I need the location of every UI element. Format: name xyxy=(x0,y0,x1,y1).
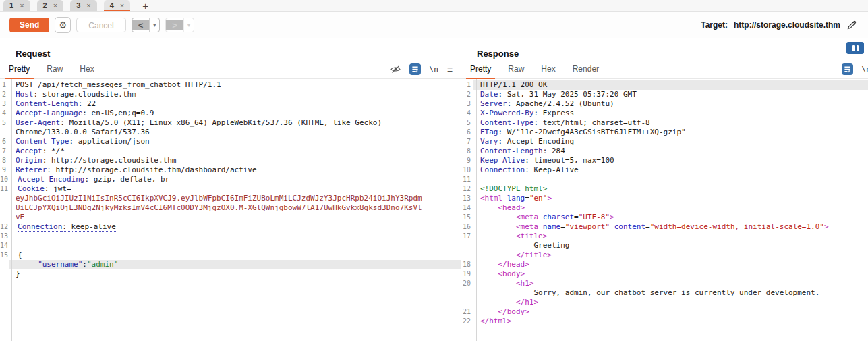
response-editor-icons: \n ≡ xyxy=(842,63,868,78)
line-number: 3 xyxy=(461,99,473,109)
line-number: 15 xyxy=(0,251,11,260)
code-text: Sorry, admin, our chatbot server is curr… xyxy=(473,288,868,298)
line-number xyxy=(0,260,9,269)
pause-button[interactable] xyxy=(846,42,864,54)
show-newlines-icon[interactable]: \n xyxy=(430,65,438,74)
response-view-tabs: PrettyRawHexRender \n ≡ xyxy=(461,61,868,79)
code-text: <html lang="en"> xyxy=(473,194,868,203)
request-tab-pretty[interactable]: Pretty xyxy=(5,64,34,78)
code-line: 8Content-Length: 284 xyxy=(461,147,868,156)
editor-split: Request PrettyRawHex xyxy=(0,38,868,341)
tab-label: 3 xyxy=(76,1,80,9)
code-line: 13<html lang="en"> xyxy=(461,194,868,203)
request-tab-hex[interactable]: Hex xyxy=(76,64,98,78)
back-arrow-icon: < xyxy=(132,20,150,30)
response-tab-render[interactable]: Render xyxy=(569,64,603,78)
new-tab-button[interactable]: + xyxy=(137,0,154,11)
code-line: 11Cookie: jwt= xyxy=(0,184,461,194)
chevron-down-icon[interactable]: ▾ xyxy=(150,22,159,28)
pretty-print-icon[interactable] xyxy=(842,63,853,75)
code-text: Referer: http://storage.cloudsite.thm/da… xyxy=(9,165,461,175)
line-number: 10 xyxy=(461,165,473,175)
back-button[interactable]: < ▾ xyxy=(132,18,161,32)
code-text: Connection: keep-alive xyxy=(11,222,461,232)
request-tab-raw[interactable]: Raw xyxy=(42,64,67,78)
code-text: <title> xyxy=(473,232,868,241)
code-text: Connection: Keep-Alive xyxy=(473,165,868,175)
code-line: 5User-Agent: Mozilla/5.0 (X11; Linux x86… xyxy=(0,118,461,128)
close-tab-icon[interactable]: × xyxy=(120,1,124,9)
code-text: </title> xyxy=(473,251,868,260)
code-text: Date: Sat, 31 May 2025 05:37:20 GMT xyxy=(473,90,868,99)
repeater-tab-2[interactable]: 2× xyxy=(37,0,64,11)
line-number xyxy=(0,194,9,203)
line-number xyxy=(461,288,473,298)
code-line: 21 </body> xyxy=(461,307,868,317)
line-number: 8 xyxy=(0,156,9,165)
line-number: 9 xyxy=(0,165,9,175)
request-view-tabs: PrettyRawHex xyxy=(0,61,461,79)
show-newlines-icon[interactable]: \n xyxy=(862,65,868,74)
code-text xyxy=(473,175,868,184)
code-line: 6Content-Type: application/json xyxy=(0,137,461,147)
line-number: 6 xyxy=(461,128,473,137)
request-title: Request xyxy=(0,38,461,61)
code-line: } xyxy=(0,269,461,279)
response-tab-raw[interactable]: Raw xyxy=(504,64,528,78)
pretty-print-icon[interactable] xyxy=(409,63,421,75)
response-title: Response xyxy=(461,38,868,61)
request-editor[interactable]: 1POST /api/fetch_messeges_from_chatbot H… xyxy=(0,79,461,341)
response-tab-pretty[interactable]: Pretty xyxy=(466,64,495,78)
code-text: </head> xyxy=(473,260,868,269)
code-line: 4Accept-Language: en-US,en;q=0.9 xyxy=(0,109,461,118)
line-number xyxy=(0,128,9,137)
hide-nonprintable-eye-slash-icon[interactable] xyxy=(390,64,401,74)
code-line: 8Origin: http://storage.cloudsite.thm xyxy=(0,156,461,165)
cancel-button[interactable]: Cancel xyxy=(76,18,125,32)
code-text: Content-Length: 22 xyxy=(9,99,461,109)
code-line: 10Accept-Encoding: gzip, deflate, br xyxy=(0,175,461,184)
code-text xyxy=(11,232,461,241)
code-text: POST /api/fetch_messeges_from_chatbot HT… xyxy=(9,80,461,90)
code-line: 9Referer: http://storage.cloudsite.thm/d… xyxy=(0,165,461,175)
response-editor[interactable]: 1HTTP/1.1 200 OK2Date: Sat, 31 May 2025 … xyxy=(461,79,868,341)
settings-button[interactable]: ⚙ xyxy=(55,17,71,33)
code-text: <meta charset="UTF-8"> xyxy=(473,213,868,222)
code-text: </html> xyxy=(473,317,868,326)
code-line: 15{ xyxy=(0,251,461,260)
send-button[interactable]: Send xyxy=(9,18,49,32)
code-line: </h1> xyxy=(461,298,868,307)
line-number: 14 xyxy=(0,241,11,251)
close-tab-icon[interactable]: × xyxy=(86,1,90,9)
code-text xyxy=(11,241,461,251)
code-line: 3Content-Length: 22 xyxy=(0,99,461,109)
line-number: 11 xyxy=(461,175,473,184)
close-tab-icon[interactable]: × xyxy=(53,1,57,9)
code-text: Content-Type: application/json xyxy=(9,137,461,147)
line-number xyxy=(0,203,9,213)
code-line: 2Host: storage.cloudsite.thm xyxy=(0,90,461,99)
line-number: 16 xyxy=(461,222,473,232)
line-number xyxy=(461,298,473,307)
code-text: HTTP/1.1 200 OK xyxy=(473,80,868,90)
code-line: 2Date: Sat, 31 May 2025 05:37:20 GMT xyxy=(461,90,868,99)
code-line: </title> xyxy=(461,251,868,260)
forward-button[interactable]: > ▾ xyxy=(165,18,194,32)
code-text: Accept-Encoding: gzip, deflate, br xyxy=(11,175,461,184)
edit-target-pencil-icon[interactable] xyxy=(846,20,857,30)
code-line: eyJhbGciOiJIUzI1NiIsInR5cCI6IkpXVCJ9.eyJ… xyxy=(0,194,461,203)
repeater-tab-1[interactable]: 1× xyxy=(3,0,30,11)
line-number: 15 xyxy=(461,213,473,222)
editor-menu-icon[interactable]: ≡ xyxy=(447,64,453,75)
repeater-tab-3[interactable]: 3× xyxy=(70,0,97,11)
close-tab-icon[interactable]: × xyxy=(20,1,24,9)
code-text: Content-Length: 284 xyxy=(473,147,868,156)
code-text: Chrome/133.0.0.0 Safari/537.36 xyxy=(9,128,461,137)
response-tab-hex[interactable]: Hex xyxy=(537,64,559,78)
code-line: 4X-Powered-By: Express xyxy=(461,109,868,118)
code-line: 7Accept: */* xyxy=(0,147,461,156)
repeater-tab-4[interactable]: 4× xyxy=(104,0,131,11)
line-number: 22 xyxy=(461,317,473,326)
code-text: Vary: Accept-Encoding xyxy=(473,137,868,147)
line-number: 4 xyxy=(0,109,9,118)
